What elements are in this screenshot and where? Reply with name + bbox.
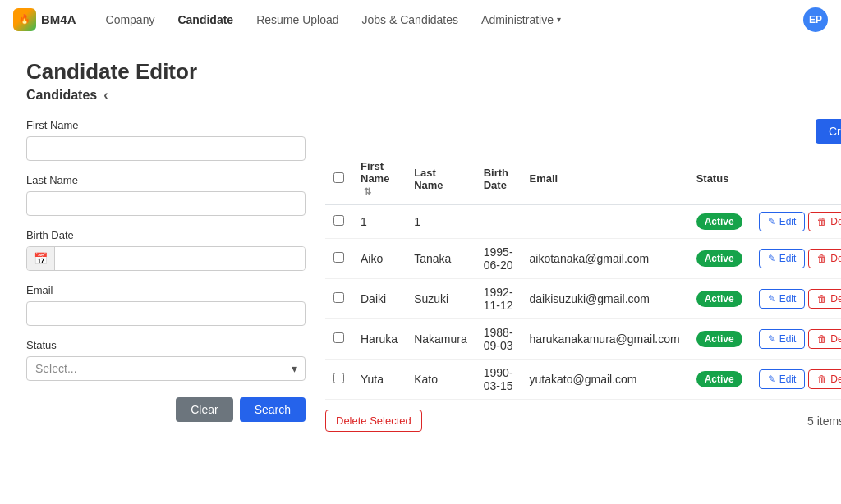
delete-button[interactable]: 🗑 Delete [808,329,841,349]
edit-label: Edit [779,333,797,345]
nav-company[interactable]: Company [96,8,165,31]
edit-label: Edit [779,253,797,264]
first-name-label: First Name [26,119,306,131]
table-row: Haruka Nakamura 1988-09-03 harukanakamur… [325,319,841,360]
action-buttons: ✎ Edit 🗑 Delete [759,369,841,389]
cell-last-name: 1 [406,204,476,239]
table-header: First Name ⇅ Last Name Birth Date Email … [325,153,841,204]
email-row: Email [26,284,306,326]
cell-status: Active [688,360,751,400]
birth-date-input[interactable] [55,247,305,270]
row-checkbox[interactable] [333,292,344,303]
clear-button[interactable]: Clear [176,397,232,422]
col-first-name: First Name ⇅ [352,153,406,204]
filter-buttons: Clear Search [26,397,306,422]
nav-jobs-candidates[interactable]: Jobs & Candidates [352,8,469,31]
status-select[interactable]: Select... Active Inactive [26,356,306,381]
table-row: Yuta Kato 1990-03-15 yutakato@gmail.com … [325,360,841,400]
edit-icon: ✎ [768,293,776,305]
app-logo: 🔥 BM4A [13,8,76,31]
row-checkbox-cell [325,319,352,360]
delete-label: Delete [830,253,841,264]
delete-label: Delete [830,373,841,385]
edit-button[interactable]: ✎ Edit [759,289,806,309]
back-arrow[interactable]: ‹ [103,88,108,103]
row-checkbox[interactable] [333,373,344,383]
edit-label: Edit [779,293,797,305]
trash-icon: 🗑 [817,373,827,385]
delete-selected-button[interactable]: Delete Selected [325,410,422,432]
delete-label: Delete [830,333,841,345]
status-badge: Active [696,213,742,230]
last-name-input[interactable] [26,191,306,216]
page-subtitle: Candidates ‹ [26,88,815,103]
nav-administrative[interactable]: Administrative ▾ [471,8,571,31]
edit-button[interactable]: ✎ Edit [759,369,806,389]
birth-date-wrapper: 📅 [26,246,306,271]
nav-resume-upload[interactable]: Resume Upload [246,8,348,31]
table-row: Aiko Tanaka 1995-06-20 aikotanaka@gmail.… [325,239,841,279]
cell-last-name: Nakamura [406,319,476,360]
table-panel: Create First Name ⇅ Last Name Birth Date [325,119,841,432]
create-button[interactable]: Create [816,119,841,144]
first-name-row: First Name [26,119,306,161]
select-all-col [325,153,352,204]
delete-button[interactable]: 🗑 Delete [808,289,841,309]
table-header-row: Create [325,119,841,144]
status-label: Status [26,339,306,351]
col-birth-date: Birth Date [476,153,522,204]
col-status: Status [688,153,751,204]
calendar-icon-button[interactable]: 📅 [27,247,55,270]
edit-button[interactable]: ✎ Edit [759,249,806,268]
cell-email: yutakato@gmail.com [522,360,688,400]
action-buttons: ✎ Edit 🗑 Delete [759,289,841,309]
nav-candidate[interactable]: Candidate [168,8,243,31]
last-name-label: Last Name [26,174,306,186]
table-body: 1 1 Active ✎ Edit 🗑 Delete [325,204,841,400]
candidates-table: First Name ⇅ Last Name Birth Date Email … [325,153,841,400]
row-checkbox-cell [325,239,352,279]
cell-first-name: Yuta [352,360,406,400]
chevron-down-icon: ▾ [557,15,561,24]
trash-icon: 🗑 [817,216,827,227]
cell-birth-date: 1990-03-15 [476,360,522,400]
delete-button[interactable]: 🗑 Delete [808,249,841,268]
delete-button[interactable]: 🗑 Delete [808,369,841,389]
page-title: Candidate Editor [26,59,815,85]
action-buttons: ✎ Edit 🗑 Delete [759,212,841,231]
cell-actions: ✎ Edit 🗑 Delete [751,239,841,279]
birth-date-row: Birth Date 📅 [26,229,306,271]
trash-icon: 🗑 [817,253,827,264]
first-name-input[interactable] [26,136,306,161]
cell-status: Active [688,319,751,360]
action-buttons: ✎ Edit 🗑 Delete [759,329,841,349]
sort-icon[interactable]: ⇅ [364,186,371,196]
status-select-wrapper: Select... Active Inactive ▾ [26,356,306,381]
row-checkbox[interactable] [333,215,344,226]
email-input[interactable] [26,301,306,326]
edit-icon: ✎ [768,373,776,385]
row-checkbox[interactable] [333,252,344,263]
delete-button[interactable]: 🗑 Delete [808,212,841,231]
cell-email: daikisuzuki@gmail.com [522,279,688,319]
nav-links: Company Candidate Resume Upload Jobs & C… [96,8,803,31]
table-row: Daiki Suzuki 1992-11-12 daikisuzuki@gmai… [325,279,841,319]
row-checkbox[interactable] [333,332,344,343]
cell-first-name: Aiko [352,239,406,279]
edit-icon: ✎ [768,253,776,264]
last-name-row: Last Name [26,174,306,216]
select-all-checkbox[interactable] [333,172,344,183]
cell-actions: ✎ Edit 🗑 Delete [751,319,841,360]
cell-actions: ✎ Edit 🗑 Delete [751,360,841,400]
edit-icon: ✎ [768,333,776,345]
page-container: Candidate Editor Candidates ‹ First Name… [0,39,841,451]
search-button[interactable]: Search [240,397,306,422]
edit-button[interactable]: ✎ Edit [759,329,806,349]
edit-button[interactable]: ✎ Edit [759,212,806,231]
cell-email: aikotanaka@gmail.com [522,239,688,279]
main-layout: First Name Last Name Birth Date 📅 Email … [26,119,815,432]
cell-status: Active [688,279,751,319]
items-found: 5 items found [807,415,841,428]
edit-label: Edit [779,373,797,385]
table-row: 1 1 Active ✎ Edit 🗑 Delete [325,204,841,239]
